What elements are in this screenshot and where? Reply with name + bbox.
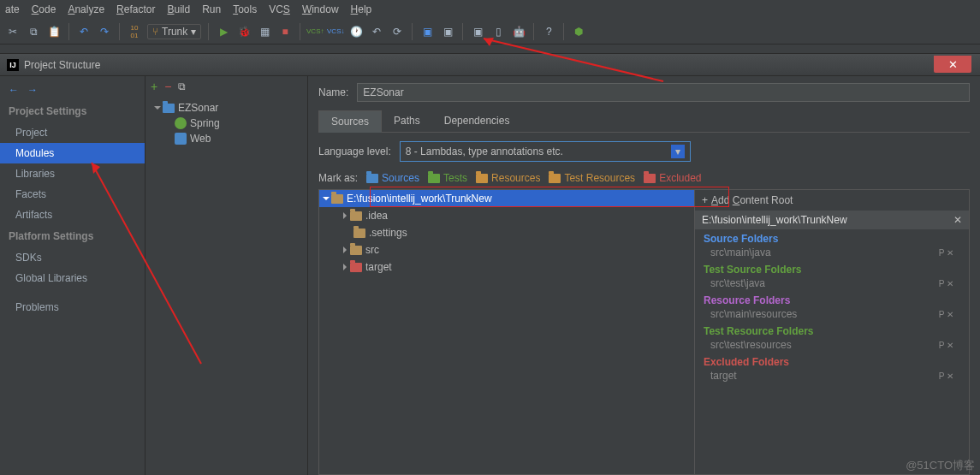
tab-paths[interactable]: Paths [382,110,432,132]
debug-icon[interactable]: 🐞 [236,24,252,39]
project-structure-dialog: IJ Project Structure ✕ ← → Project Setti… [0,53,980,475]
forward-icon[interactable]: → [27,84,38,96]
tree-item[interactable]: .idea [319,207,694,224]
menu-item[interactable]: VCS [269,3,290,15]
copy-icon[interactable]: ⧉ [26,24,41,39]
tree-item[interactable]: src [319,241,694,258]
menu-item[interactable]: Help [351,3,372,15]
folder-entry[interactable]: targetP ✕ [695,368,969,383]
sidebar-item-libraries[interactable]: Libraries [0,163,145,184]
jrebel-icon[interactable]: ⬢ [571,24,586,39]
binary-icon[interactable]: 1001 [127,24,142,39]
mark-tests-button[interactable]: Tests [428,172,467,184]
add-icon[interactable]: + [151,80,157,93]
folder-category-heading: Excluded Folders [695,353,969,368]
avd-icon[interactable]: ▯ [490,24,506,39]
menu-item[interactable]: Tools [233,3,257,15]
folder-entry[interactable]: src\test\resourcesP ✕ [695,337,969,353]
folder-icon [350,263,362,272]
edit-icon[interactable]: P ✕ [939,341,953,350]
branch-label: Trunk [162,26,187,38]
edit-icon[interactable]: P ✕ [939,310,953,319]
remove-root-icon[interactable]: ✕ [953,214,962,226]
sync-icon[interactable]: ⟳ [389,24,405,39]
menu-item[interactable]: Code [32,3,56,15]
mark-test-resources-button[interactable]: Test Resources [549,172,635,184]
tree-item[interactable]: target [319,258,694,276]
language-level-select[interactable]: 8 - Lambdas, type annotations etc. ▾ [400,141,691,162]
sidebar-item-modules[interactable]: Modules [0,143,145,163]
back-icon[interactable]: ← [9,84,19,96]
facet-label: Spring [190,117,220,129]
redo-icon[interactable]: ↷ [97,24,112,39]
copy-icon[interactable]: ⧉ [178,80,186,92]
sidebar-item-global-libraries[interactable]: Global Libraries [0,268,145,288]
separator [563,23,564,40]
expand-icon[interactable] [343,264,347,270]
menu-item[interactable]: Refactor [116,3,155,15]
tree-item-label: target [365,261,392,273]
undo-icon[interactable]: ↶ [76,24,92,39]
sidebar-item-facets[interactable]: Facets [0,184,145,205]
expand-icon[interactable] [154,106,161,110]
folder-entry[interactable]: src\main\javaP ✕ [695,245,969,260]
menu-item[interactable]: Window [302,3,339,15]
tab-sources[interactable]: Sources [318,110,382,133]
help-icon[interactable]: ? [541,24,556,39]
edit-icon[interactable]: P ✕ [939,279,953,288]
add-content-root-button[interactable]: + Add Content Root [695,190,969,211]
expand-icon[interactable] [343,212,347,219]
sidebar-item-sdks[interactable]: SDKs [0,247,145,268]
tree-item-label: .settings [369,227,407,239]
mark-excluded-button[interactable]: Excluded [644,172,701,184]
sidebar-item-problems[interactable]: Problems [0,297,145,318]
history-icon[interactable]: 🕐 [348,24,364,39]
folder-icon [350,246,362,255]
platform-settings-heading: Platform Settings [0,225,145,247]
name-input[interactable] [357,83,970,102]
mark-resources-button[interactable]: Resources [476,172,540,184]
folder-entry[interactable]: src\test\javaP ✕ [695,276,969,291]
expand-icon[interactable] [323,197,330,200]
remove-icon[interactable]: − [164,80,171,93]
revert-icon[interactable]: ↶ [369,24,384,39]
cut-icon[interactable]: ✂ [5,24,21,39]
tree-item[interactable]: .settings [319,224,694,241]
expand-icon[interactable] [343,246,347,253]
name-row: Name: [318,83,970,102]
mark-sources-button[interactable]: Sources [366,172,419,184]
android-icon[interactable]: 🤖 [511,24,526,39]
close-button[interactable]: ✕ [934,56,971,73]
vcs-up-icon[interactable]: VCS↑ [307,24,323,39]
facet-web[interactable]: Web [146,131,307,146]
paste-icon[interactable]: 📋 [46,24,62,39]
plus-icon: + [702,194,708,206]
sdk-icon[interactable]: ▣ [470,24,485,39]
folder-entry[interactable]: src\main\resourcesP ✕ [695,306,969,322]
module-tree: EZSonar Spring Web [146,97,307,475]
tree-item-label: src [365,244,379,256]
menu-item[interactable]: Run [202,3,221,15]
tree-root[interactable]: E:\fusion\intellij_work\TrunkNew [319,190,694,207]
sidebar-item-project[interactable]: Project [0,122,145,143]
structure-icon[interactable]: ▣ [419,24,435,39]
separator [533,23,534,40]
coverage-icon[interactable]: ▦ [257,24,272,39]
menu-item[interactable]: ate [5,3,20,15]
branch-selector[interactable]: ⑂ Trunk ▾ [147,24,201,39]
edit-icon[interactable]: P ✕ [939,248,953,258]
menu-item[interactable]: Build [167,3,190,15]
run-icon[interactable]: ▶ [216,24,231,39]
stop-icon[interactable]: ■ [277,24,293,39]
edit-icon[interactable]: P ✕ [939,371,953,381]
module-node[interactable]: EZSonar [146,100,307,116]
settings-icon[interactable]: ▣ [440,24,455,39]
facet-spring[interactable]: Spring [146,116,307,131]
tab-dependencies[interactable]: Dependencies [432,110,522,132]
content-root-path: E:\fusion\intellij_work\TrunkNew [702,214,847,226]
vcs-down-icon[interactable]: VCS↓ [328,24,343,39]
menu-item[interactable]: Analyze [68,3,104,15]
menu-bar: ateCodeAnalyzeRefactorBuildRunToolsVCSWi… [0,0,980,19]
sidebar-item-artifacts[interactable]: Artifacts [0,205,145,225]
folder-path: src\main\java [710,246,771,258]
